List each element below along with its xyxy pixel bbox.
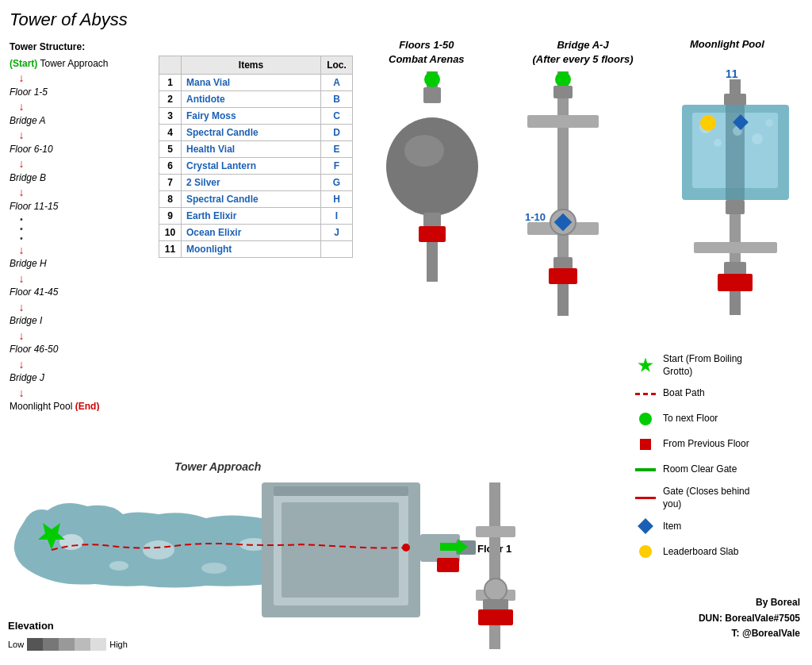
ts-floor-46-50: Floor 46-50 — [10, 342, 148, 357]
legend-to-next: To next Floor — [634, 409, 805, 429]
ts-floor-11-15: Floor 11-15 — [10, 199, 148, 214]
combat-arena-diagram — [381, 71, 484, 321]
legend-gate: Gate (Closes behindyou) — [634, 486, 805, 510]
col-items: Items — [182, 56, 321, 75]
svg-rect-19 — [557, 284, 569, 316]
yellow-circle-icon — [634, 542, 657, 561]
elev-swatch-1 — [27, 638, 43, 651]
table-row: 9 Earth Elixir I — [159, 208, 353, 225]
legend-item: Item — [634, 517, 805, 536]
svg-rect-64 — [483, 599, 508, 610]
green-circle-icon — [634, 409, 657, 429]
legend-item-text: Item — [663, 521, 681, 533]
svg-point-4 — [404, 135, 444, 167]
row-loc — [321, 241, 353, 258]
row-loc: H — [321, 191, 353, 208]
row-item-name: Health Vial — [182, 141, 321, 158]
legend-room-clear-text: Room Clear Gate — [663, 463, 737, 476]
col-loc: Loc. — [321, 56, 353, 75]
svg-point-30 — [765, 119, 773, 127]
ts-arrow-5: ↓ — [10, 186, 33, 199]
table-row: 1 Mana Vial A — [159, 75, 353, 91]
svg-rect-51 — [274, 486, 408, 496]
ts-bridge-i: Bridge I — [10, 313, 148, 329]
ts-arrow-9: ↓ — [10, 329, 33, 343]
row-num: 5 — [159, 141, 182, 158]
svg-point-27 — [714, 139, 722, 147]
red-square-icon — [634, 435, 657, 454]
elevation-high-label: High — [109, 640, 128, 649]
credits-panel: By Boreal DUN: BorealVale#7505 T: @Borea… — [699, 595, 800, 641]
bridge-diagram: 1-10 — [523, 71, 603, 321]
row-item-name: Fairy Moss — [182, 108, 321, 125]
legend-room-clear: Room Clear Gate — [634, 460, 805, 479]
svg-point-63 — [485, 579, 507, 601]
row-loc: A — [321, 75, 353, 91]
table-row: 7 2 Silver G — [159, 175, 353, 191]
svg-rect-12 — [527, 115, 599, 128]
boat-path-icon — [634, 384, 657, 403]
legend-leaderboard-text: Leaderboard Slab — [663, 546, 738, 559]
blue-diamond-icon — [634, 517, 657, 536]
table-row: 2 Antidote B — [159, 91, 353, 108]
map-area: Tower Approach — [0, 411, 634, 649]
svg-point-46 — [201, 563, 227, 574]
ts-arrow-7: ↓ — [10, 272, 33, 286]
row-item-name: Crystal Lantern — [182, 158, 321, 175]
svg-rect-56 — [440, 543, 458, 551]
row-item-name: Mana Vial — [182, 75, 321, 91]
row-loc: F — [321, 158, 353, 175]
row-loc: I — [321, 208, 353, 225]
legend-start-text: Start (From BoilingGrotto) — [663, 353, 742, 378]
tower-structure-panel: Tower Structure: (Start) Tower Approach … — [10, 40, 148, 414]
row-num: 2 — [159, 91, 182, 108]
ts-arrow-3: ↓ — [10, 129, 33, 142]
ts-arrow-4: ↓ — [10, 157, 33, 171]
row-num: 11 — [159, 241, 182, 258]
elevation-title: Elevation — [8, 620, 54, 632]
svg-text:Tower Approach: Tower Approach — [174, 460, 261, 473]
ts-arrow-1: ↓ — [10, 71, 33, 85]
row-num: 3 — [159, 108, 182, 125]
legend-panel: Start (From BoilingGrotto) Boat Path To … — [634, 353, 805, 567]
table-row: 6 Crystal Lantern F — [159, 158, 353, 175]
row-item-name: Spectral Candle — [182, 125, 321, 141]
row-num: 6 — [159, 158, 182, 175]
table-row: 10 Ocean Elixir J — [159, 225, 353, 241]
tower-structure-title: Tower Structure: — [10, 40, 148, 55]
row-num: 8 — [159, 191, 182, 208]
svg-rect-21 — [730, 79, 741, 95]
table-row: 3 Fairy Moss C — [159, 108, 353, 125]
svg-text:11: 11 — [726, 67, 738, 80]
legend-from-prev: From Previous Floor — [634, 435, 805, 454]
star-green-icon — [634, 356, 657, 375]
svg-rect-35 — [694, 242, 777, 253]
svg-rect-37 — [718, 274, 753, 291]
svg-point-9 — [555, 71, 571, 87]
svg-point-3 — [386, 117, 478, 216]
row-loc: E — [321, 141, 353, 158]
ts-start-label: (Start) — [10, 58, 37, 69]
red-line-icon — [634, 489, 657, 508]
ts-start-line: (Start) Tower Approach — [10, 56, 148, 71]
row-item-name: Moonlight — [182, 241, 321, 258]
row-item-name: Antidote — [182, 91, 321, 108]
legend-start: Start (From BoilingGrotto) — [634, 353, 805, 378]
elev-swatch-4 — [75, 638, 90, 651]
ts-dots: ••• — [10, 214, 33, 243]
row-item-name: Spectral Candle — [182, 191, 321, 208]
svg-rect-22 — [724, 94, 746, 106]
ts-arrow-6: ↓ — [10, 244, 33, 257]
legend-leaderboard: Leaderboard Slab — [634, 542, 805, 561]
page-title: Tower of Abyss — [10, 10, 128, 30]
svg-point-29 — [752, 133, 763, 144]
legend-boat-text: Boat Path — [663, 387, 705, 400]
ts-floor-6-10: Floor 6-10 — [10, 142, 148, 157]
ts-arrow-11: ↓ — [10, 386, 33, 400]
svg-text:1-10: 1-10 — [525, 211, 546, 223]
table-row: 5 Health Vial E — [159, 141, 353, 158]
svg-rect-17 — [553, 257, 573, 270]
row-item-name: 2 Silver — [182, 175, 321, 191]
svg-point-45 — [109, 561, 128, 571]
row-item-name: Ocean Elixir — [182, 225, 321, 241]
